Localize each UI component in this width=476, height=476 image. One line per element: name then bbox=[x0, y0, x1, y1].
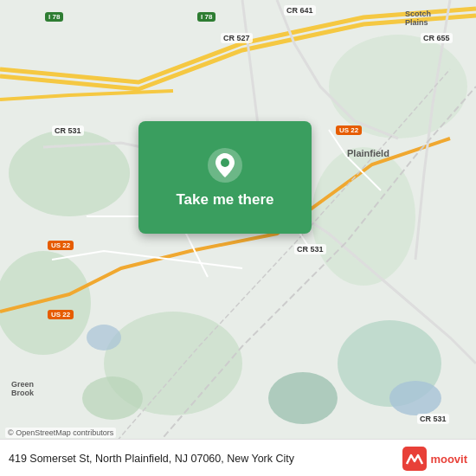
highway-label-us22-right: US 22 bbox=[336, 125, 362, 135]
highway-label-i78-left: I 78 bbox=[45, 12, 63, 22]
svg-point-12 bbox=[221, 158, 229, 167]
svg-point-3 bbox=[329, 35, 467, 138]
copyright-notice: © OpenStreetMap contributors bbox=[5, 428, 116, 438]
map-background bbox=[0, 0, 476, 476]
road-label-cr527: CR 527 bbox=[221, 33, 253, 43]
location-card[interactable]: Take me there bbox=[138, 121, 312, 234]
moovit-brand-name: moovit bbox=[430, 453, 467, 466]
place-label-plainfield: Plainfield bbox=[344, 147, 392, 159]
map-container: I 78 I 78 CR 527 CR 641 CR 655 CR 531 CR… bbox=[0, 0, 476, 476]
place-label-green-brook: GreenBrook bbox=[9, 379, 36, 398]
road-label-cr655: CR 655 bbox=[421, 33, 453, 43]
highway-label-i78-mid: I 78 bbox=[197, 12, 215, 22]
highway-label-us22-left: US 22 bbox=[48, 310, 74, 319]
road-label-cr531-left: CR 531 bbox=[52, 125, 84, 136]
svg-point-2 bbox=[0, 251, 91, 355]
address-label: 419 Somerset St, North Plainfield, NJ 07… bbox=[9, 453, 394, 465]
svg-point-9 bbox=[389, 381, 441, 415]
svg-point-8 bbox=[82, 376, 143, 420]
take-me-there-button[interactable]: Take me there bbox=[176, 191, 273, 209]
road-label-cr641: CR 641 bbox=[284, 5, 316, 16]
moovit-logo: moovit bbox=[402, 447, 467, 471]
svg-rect-13 bbox=[402, 447, 427, 471]
moovit-icon bbox=[402, 447, 427, 471]
place-label-scotch-plains: ScotchPlains bbox=[402, 9, 434, 28]
location-pin-icon bbox=[206, 146, 244, 184]
bottom-bar: 419 Somerset St, North Plainfield, NJ 07… bbox=[0, 439, 476, 476]
svg-point-10 bbox=[87, 325, 121, 351]
road-label-cr531-mid: CR 531 bbox=[294, 244, 326, 254]
highway-label-us22-mid: US 22 bbox=[48, 241, 74, 250]
road-label-cr531-right: CR 531 bbox=[417, 414, 449, 424]
svg-point-7 bbox=[268, 372, 338, 424]
